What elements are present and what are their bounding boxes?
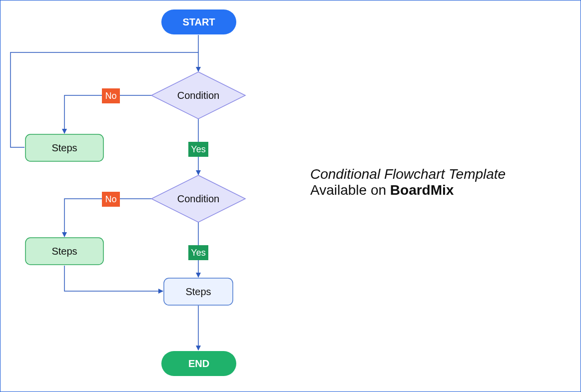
caption-line2: Available on BoardMix	[310, 182, 506, 198]
end-node: END	[161, 351, 236, 376]
caption-line2-pre: Available on	[310, 182, 390, 198]
yes1-tag: Yes	[188, 142, 208, 157]
condition1-node: Condition	[151, 72, 245, 119]
no1-tag: No	[102, 88, 120, 103]
steps-left1-node: Steps	[25, 134, 103, 161]
yes2-tag: Yes	[188, 245, 208, 260]
edge-steps2-stepsC	[64, 266, 163, 291]
condition2-label: Condition	[177, 193, 220, 204]
no2-tag: No	[102, 192, 120, 207]
condition2-node: Condition	[151, 175, 245, 222]
steps-center-label: Steps	[185, 286, 211, 297]
steps-center-node: Steps	[164, 278, 233, 305]
start-node: START	[161, 9, 236, 34]
caption-line1: Conditional Flowchart Template	[310, 166, 506, 182]
yes1-label: Yes	[191, 144, 205, 154]
caption: Conditional Flowchart Template Available…	[310, 166, 506, 198]
steps-left2-node: Steps	[25, 238, 103, 265]
steps-left2-label: Steps	[51, 246, 77, 257]
flowchart-canvas: START Condition No Yes Steps Condition N…	[0, 0, 581, 392]
start-label: START	[182, 16, 215, 27]
condition1-label: Condition	[177, 90, 220, 101]
yes2-label: Yes	[191, 248, 205, 258]
no2-label: No	[105, 194, 116, 204]
steps-left1-label: Steps	[51, 142, 77, 153]
caption-brand: BoardMix	[390, 182, 454, 198]
no1-label: No	[105, 91, 116, 101]
end-label: END	[188, 358, 209, 369]
